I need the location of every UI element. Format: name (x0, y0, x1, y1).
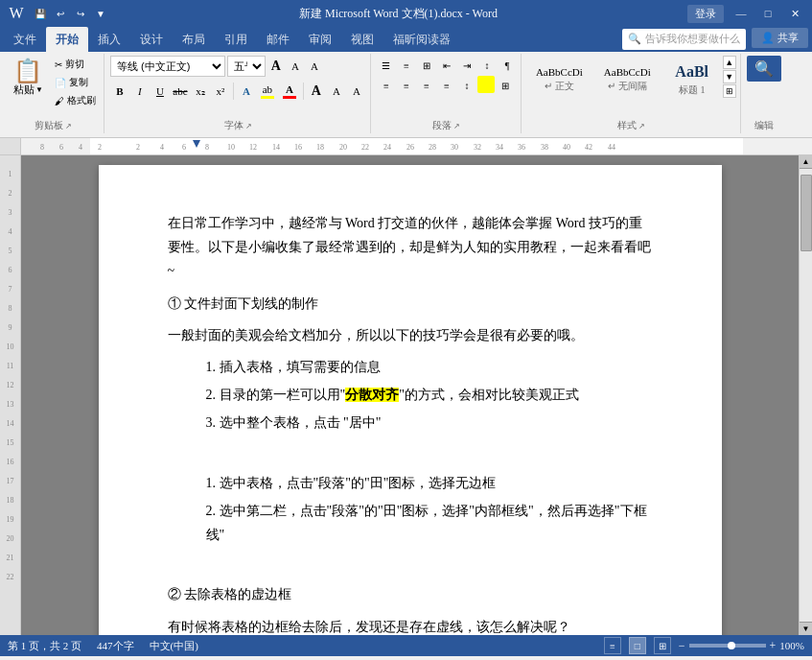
styles-more[interactable]: ⊞ (723, 84, 736, 98)
zoom-slider[interactable] (689, 644, 766, 648)
tab-review[interactable]: 审阅 (299, 27, 341, 52)
zoom-control: − + 100% (679, 639, 804, 653)
ruler-num: 13 (7, 395, 14, 414)
copy-button[interactable]: 📄 复制 (51, 74, 100, 91)
paste-label: 粘贴 (13, 82, 35, 97)
style-heading1-label: 标题 1 (679, 83, 706, 97)
cut-button[interactable]: ✂ 剪切 (51, 56, 100, 73)
styles-expand-icon[interactable]: ↗ (638, 122, 645, 130)
format-painter-button[interactable]: 🖌 格式刷 (51, 92, 100, 109)
list1: 1. 插入表格，填写需要的信息 2. 目录的第一栏可以用"分散对齐"的方式，会相… (187, 355, 653, 436)
read-view-button[interactable]: ≡ (604, 637, 621, 654)
decrease-indent-button[interactable]: ⇤ (437, 56, 456, 75)
tab-view[interactable]: 视图 (341, 27, 383, 52)
maximize-button[interactable]: □ (758, 4, 777, 23)
strikethrough-button[interactable]: abc (171, 82, 190, 101)
styles-scroll-up[interactable]: ▲ (723, 56, 736, 69)
font-phonetic[interactable]: A (347, 82, 366, 101)
tab-file[interactable]: 文件 (4, 27, 46, 52)
save-button[interactable]: 💾 (32, 5, 49, 22)
minimize-button[interactable]: — (731, 4, 751, 23)
font-expand-icon[interactable]: ↗ (245, 122, 252, 130)
bullet-list-button[interactable]: ☰ (377, 56, 396, 75)
highlight-color-button[interactable]: ab (257, 81, 278, 102)
clear-format-button[interactable]: A (306, 58, 323, 75)
list-item: 2. 目录的第一栏可以用"分散对齐"的方式，会相对比较美观正式 (206, 383, 653, 407)
ruler-num: 6 (9, 261, 12, 280)
tab-references[interactable]: 引用 (215, 27, 257, 52)
redo-button[interactable]: ↪ (72, 5, 89, 22)
ruler-num: 22 (7, 568, 14, 587)
scroll-down-button[interactable]: ▼ (800, 622, 813, 635)
web-view-button[interactable]: ⊞ (654, 637, 671, 654)
word-page: 在日常工作学习中，越经常与 Word 打交道的伙伴，越能体会掌握 Word 技巧… (99, 165, 722, 635)
sort-button[interactable]: ↕ (477, 56, 497, 75)
style-no-space-label: ↵ 无间隔 (608, 80, 647, 93)
tab-foxit[interactable]: 福昕阅读器 (383, 27, 460, 52)
increase-font-button[interactable]: A (267, 58, 285, 75)
zoom-in-button[interactable]: + (770, 639, 777, 653)
align-center-button[interactable]: ≡ (397, 76, 416, 95)
customize-button[interactable]: ▼ (92, 5, 109, 22)
list-item: 1. 选中表格，点击"段落"的"田"图标，选择无边框 (206, 471, 653, 495)
left-ruler: 1 2 3 4 5 6 7 8 9 10 11 12 13 14 15 16 1… (0, 155, 21, 635)
numbered-list-button[interactable]: ≡ (397, 56, 416, 75)
font-large-A[interactable]: A (307, 82, 326, 101)
style-normal[interactable]: AaBbCcDi ↵ 正文 (527, 59, 592, 99)
tab-mailings[interactable]: 邮件 (257, 27, 299, 52)
scroll-up-button[interactable]: ▲ (800, 155, 813, 169)
shading-button[interactable] (477, 76, 495, 93)
align-left-button[interactable]: ≡ (377, 76, 396, 95)
text-effects-button[interactable]: A (237, 82, 256, 101)
scroll-thumb[interactable] (800, 175, 812, 251)
font-family-select[interactable]: 等线 (中文正文) (110, 56, 225, 77)
separator2 (303, 82, 304, 100)
ruler-num: 17 (7, 472, 14, 491)
align-right-button[interactable]: ≡ (417, 76, 436, 95)
zoom-thumb (728, 642, 735, 649)
section2-header: ② 去除表格的虚边框 (168, 582, 653, 606)
clipboard-expand-icon[interactable]: ↗ (65, 122, 72, 130)
multilevel-list-button[interactable]: ⊞ (417, 56, 436, 75)
print-view-button[interactable]: □ (629, 637, 646, 654)
styles-scroll-down[interactable]: ▼ (723, 70, 736, 83)
undo-button[interactable]: ↩ (52, 5, 69, 22)
font-color-button[interactable]: A (279, 81, 300, 102)
list-item: 2. 选中第二栏，点击"段落"的"田"图标，选择"内部框线"，然后再选择"下框线… (206, 499, 653, 547)
tab-insert[interactable]: 插入 (88, 27, 130, 52)
underline-button[interactable]: U (151, 82, 170, 101)
style-no-space[interactable]: AaBbCcDi ↵ 无间隔 (595, 59, 660, 99)
justify-button[interactable]: ≡ (437, 76, 456, 95)
font-small-a[interactable]: A (327, 82, 346, 101)
spacer (168, 439, 653, 463)
document-area[interactable]: 在日常工作学习中，越经常与 Word 打交道的伙伴，越能体会掌握 Word 技巧… (21, 155, 799, 635)
section1-intro: 一般封面的美观会给文档加分，所以以下的技巧学会是很有必要的哦。 (168, 323, 653, 347)
increase-indent-button[interactable]: ⇥ (457, 56, 476, 75)
login-button[interactable]: 登录 (687, 5, 724, 23)
line-spacing-button[interactable]: ↕ (457, 76, 476, 95)
tab-design[interactable]: 设计 (130, 27, 173, 52)
tab-layout[interactable]: 布局 (173, 27, 215, 52)
zoom-out-button[interactable]: − (679, 639, 685, 653)
search-button[interactable]: 🔍 (747, 56, 781, 82)
search-placeholder: 告诉我你想要做什么 (645, 32, 740, 46)
paste-button[interactable]: 📋 粘贴 ▼ (8, 56, 49, 109)
tab-home[interactable]: 开始 (46, 27, 88, 52)
border-button[interactable]: ⊞ (496, 76, 515, 95)
bold-button[interactable]: B (110, 82, 129, 101)
font-color-bar (283, 96, 296, 99)
italic-button[interactable]: I (130, 82, 150, 101)
clipboard-label: 剪贴板 (35, 119, 63, 132)
paragraph-expand-icon[interactable]: ↗ (453, 122, 460, 130)
style-heading1[interactable]: AaBl 标题 1 (663, 56, 721, 102)
superscript-button[interactable]: x² (211, 82, 230, 101)
show-formatting-button[interactable]: ¶ (498, 56, 517, 75)
font-size-select[interactable]: 五号 (227, 56, 266, 77)
close-button[interactable]: ✕ (785, 4, 804, 23)
list2: 1. 选中表格，点击"段落"的"田"图标，选择无边框 2. 选中第二栏，点击"段… (187, 471, 653, 548)
paste-dropdown-icon[interactable]: ▼ (35, 85, 43, 94)
subscript-button[interactable]: x₂ (191, 82, 210, 101)
share-button[interactable]: 👤共享 (752, 28, 808, 48)
list-item: 3. 选中整个表格，点击 "居中" (206, 411, 653, 435)
decrease-font-button[interactable]: A (287, 58, 304, 75)
